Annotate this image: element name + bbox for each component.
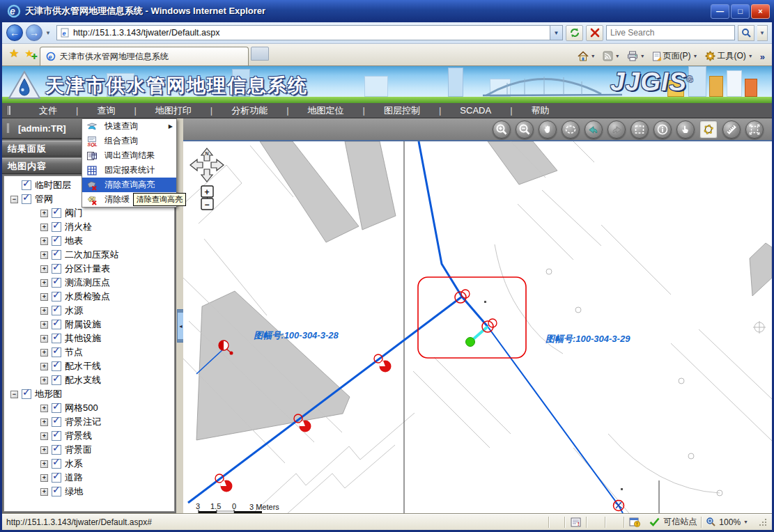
layer-checkbox[interactable]: ✓ (52, 264, 61, 274)
menu-item-5[interactable]: 地图定位 (289, 103, 363, 118)
layer-checkbox[interactable]: ✓ (52, 208, 61, 218)
tree-node-配水支线[interactable]: +✓配水支线 (4, 373, 174, 387)
tree-node-绿地[interactable]: +✓绿地 (4, 485, 174, 499)
menu-item-6[interactable]: 图层控制 (365, 103, 439, 118)
tool-next-extent-button[interactable] (607, 120, 626, 139)
query-menu-item-3[interactable]: 调出查询结果 (82, 148, 176, 163)
toolbar-overflow-icon[interactable]: » (760, 52, 765, 62)
layer-checkbox[interactable]: ✓ (52, 222, 61, 232)
menu-item-7[interactable]: SCADA (441, 104, 510, 117)
layer-checkbox[interactable]: ✓ (52, 236, 61, 246)
layer-checkbox[interactable]: ✓ (22, 180, 31, 190)
status-doc-button[interactable]: ! (565, 514, 586, 530)
query-menu-item-5[interactable]: 清除查询高亮 (82, 178, 176, 192)
expand-node-icon[interactable]: + (40, 307, 48, 315)
layer-checkbox[interactable]: ✓ (22, 389, 31, 399)
query-menu-item-2[interactable]: SQL组合查询 (82, 134, 176, 148)
expand-node-icon[interactable]: + (40, 224, 48, 231)
tree-node-地表[interactable]: +✓地表 (4, 234, 174, 248)
tree-node-配水干线[interactable]: +✓配水干线 (4, 359, 174, 373)
new-tab-stub[interactable] (251, 47, 269, 61)
layer-checkbox[interactable]: ✓ (52, 487, 61, 496)
layer-checkbox[interactable]: ✓ (52, 417, 61, 427)
back-button[interactable]: ← (6, 24, 23, 41)
tool-select-rectangle-button[interactable] (630, 120, 649, 139)
page-menu-button[interactable]: 页面(P)▼ (652, 50, 698, 62)
layer-checkbox[interactable]: ✓ (52, 278, 61, 288)
tool-full-extent-button[interactable] (745, 120, 764, 139)
tree-node-道路[interactable]: +✓道路 (4, 471, 174, 485)
tree-node-附属设施[interactable]: +✓附属设施 (4, 318, 174, 331)
tree-node-背景注记[interactable]: +✓背景注记 (4, 415, 174, 429)
layer-checkbox[interactable]: ✓ (52, 375, 61, 385)
layer-checkbox[interactable]: ✓ (52, 431, 61, 441)
address-field[interactable]: e http://151.1.3.143/tjwater/Default.asp… (56, 25, 550, 40)
expand-node-icon[interactable]: + (40, 377, 48, 384)
tool-select-polygon-button[interactable] (699, 120, 718, 139)
tree-node-网格500[interactable]: +✓网格500 (4, 401, 174, 415)
layer-checkbox[interactable]: ✓ (22, 194, 31, 204)
expand-node-icon[interactable]: + (40, 237, 48, 245)
expand-node-icon[interactable]: + (40, 363, 48, 370)
close-button[interactable]: × (751, 4, 770, 19)
expand-node-icon[interactable]: + (40, 474, 48, 482)
tree-node-水系[interactable]: +✓水系 (4, 457, 174, 471)
collapse-node-icon[interactable]: − (10, 196, 18, 203)
expand-node-icon[interactable]: + (40, 293, 48, 301)
layer-checkbox[interactable]: ✓ (52, 334, 61, 343)
search-input[interactable] (610, 28, 731, 38)
tree-node-背景面[interactable]: +✓背景面 (4, 443, 174, 457)
minimize-button[interactable]: — (711, 4, 729, 19)
query-menu-item-1[interactable]: 快速查询▶ (82, 119, 176, 134)
tree-node-阀门[interactable]: +✓阀门 (4, 206, 174, 220)
tree-node-节点[interactable]: +✓节点 (4, 345, 174, 359)
expand-node-icon[interactable]: + (40, 446, 48, 454)
layer-checkbox[interactable]: ✓ (52, 347, 61, 357)
map-canvas[interactable]: 图幅号:100-304-3-28 图幅号:100-304-3-29 N + − … (183, 141, 772, 513)
expand-node-icon[interactable]: + (40, 432, 48, 440)
menu-item-4[interactable]: 分析功能 (212, 103, 286, 118)
zoom-dropdown-icon[interactable]: ▼ (743, 519, 748, 524)
status-zone-button[interactable]: ! (624, 514, 645, 530)
home-button[interactable]: ▼ (578, 51, 596, 61)
layer-checkbox[interactable]: ✓ (52, 320, 61, 329)
tree-node-地形图[interactable]: −✓地形图 (4, 387, 174, 401)
resize-grip-icon[interactable] (758, 517, 768, 527)
expand-node-icon[interactable]: + (40, 418, 48, 426)
expand-node-icon[interactable]: + (40, 279, 48, 287)
expand-node-icon[interactable]: + (40, 349, 48, 357)
feeds-button[interactable]: ▼ (603, 51, 620, 61)
tool-select-circle-button[interactable] (562, 120, 580, 139)
tree-node-测流测压点[interactable]: +✓测流测压点 (4, 276, 174, 290)
tool-identify-button[interactable] (653, 120, 672, 139)
expand-node-icon[interactable]: + (40, 405, 48, 412)
security-zone[interactable]: 可信站点 (645, 514, 701, 530)
refresh-button[interactable] (566, 25, 583, 41)
tools-menu-button[interactable]: 工具(O)▼ (705, 50, 753, 62)
collapse-node-icon[interactable]: − (10, 391, 18, 398)
expand-node-icon[interactable]: + (40, 488, 48, 496)
tree-node-背景线[interactable]: +✓背景线 (4, 429, 174, 443)
layer-checkbox[interactable]: ✓ (52, 292, 61, 302)
tree-node-水质检验点[interactable]: +✓水质检验点 (4, 290, 174, 304)
tree-node-二次加压泵站[interactable]: +✓二次加压泵站 (4, 248, 174, 262)
page-zoom-button[interactable]: 100% ▼ (702, 514, 752, 530)
tool-select-pointer-button[interactable] (676, 120, 695, 139)
menu-item-8[interactable]: 帮助 (513, 103, 568, 118)
forward-button[interactable]: → (26, 24, 42, 41)
expand-node-icon[interactable]: + (40, 335, 48, 343)
expand-node-icon[interactable]: + (40, 265, 48, 273)
layer-checkbox[interactable]: ✓ (52, 473, 61, 483)
stop-button[interactable] (586, 25, 603, 41)
search-options-icon[interactable]: ▼ (757, 25, 768, 41)
maximize-button[interactable]: □ (731, 4, 750, 19)
tree-node-水源[interactable]: +✓水源 (4, 304, 174, 318)
tool-zoom-in-button[interactable] (493, 120, 511, 139)
tab-active[interactable]: e 天津市供水管网地理信息系统 (40, 47, 249, 65)
tree-node-其他设施[interactable]: +✓其他设施 (4, 331, 174, 345)
history-dropdown-icon[interactable]: ▼ (45, 30, 51, 36)
layer-checkbox[interactable]: ✓ (52, 361, 61, 371)
tool-measure-button[interactable] (722, 120, 741, 139)
tree-node-分区计量表[interactable]: +✓分区计量表 (4, 262, 174, 276)
tree-node-消火栓[interactable]: +✓消火栓 (4, 220, 174, 234)
